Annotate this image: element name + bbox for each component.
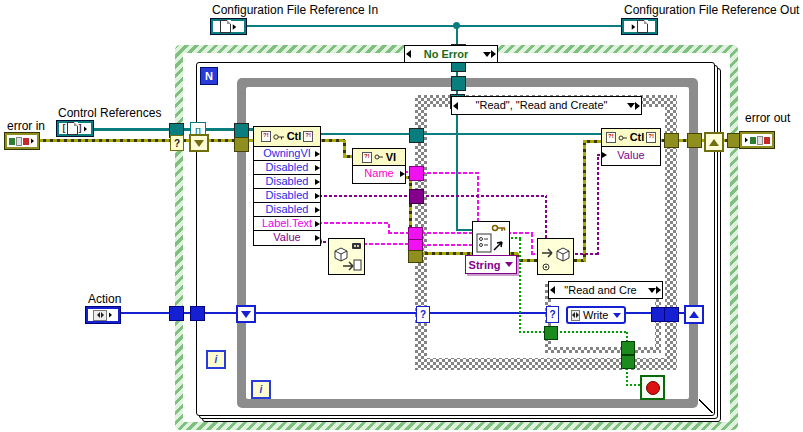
error-in-label: error in — [7, 119, 45, 133]
next-case-arrow-icon[interactable] — [491, 50, 496, 58]
string-type-selector[interactable]: String — [465, 255, 517, 274]
error-wire — [39, 139, 256, 142]
property-row-disabled[interactable]: Disabled — [254, 161, 320, 175]
tunnel-control-refs-while — [234, 123, 249, 138]
error-code-icon — [16, 137, 22, 146]
property-key-icon — [273, 133, 285, 141]
property-row-name[interactable]: Name — [353, 166, 405, 181]
output-arrow-icon — [315, 193, 320, 199]
vi-node-title: VI — [386, 152, 396, 163]
next-case-arrow-icon[interactable] — [635, 102, 640, 110]
tunnel-bool-small-bottom — [621, 341, 635, 355]
action-label: Action — [88, 292, 121, 306]
property-row-value[interactable]: Value — [254, 231, 320, 244]
small-case-selector-terminal: ? — [546, 306, 559, 323]
property-row-disabled[interactable]: Disabled — [254, 203, 320, 217]
error-source-icon — [23, 138, 29, 145]
node-class-icon: ?! — [646, 132, 656, 143]
property-row-label-text[interactable]: Label.Text — [254, 217, 320, 231]
label-text-wire — [318, 222, 390, 224]
small-case-selector-label[interactable]: "Read and Cre — [555, 285, 646, 296]
tunnel-bool-small-left — [544, 326, 558, 340]
while-loop-stop-terminal[interactable] — [640, 375, 665, 400]
dropdown-icon[interactable] — [613, 313, 621, 318]
control-references-terminal[interactable]: [ ] — [56, 120, 94, 137]
config-ref-wire — [456, 229, 473, 231]
input-arrow-icon — [745, 138, 748, 143]
outer-case-selector[interactable]: No Error — [404, 45, 498, 63]
file-refnum-icon — [637, 20, 648, 33]
inner-case-selector-label[interactable]: "Read", "Read and Create" — [458, 100, 625, 111]
vi-name-wire — [477, 173, 479, 222]
node-class-icon: ?! — [606, 132, 616, 143]
enum-icon — [93, 310, 107, 321]
output-arrow-icon — [315, 165, 320, 171]
action-shift-register-left — [236, 305, 256, 323]
error-out-terminal[interactable] — [739, 131, 775, 149]
tunnel-variant-inner-case — [409, 189, 424, 204]
property-row-owningvi[interactable]: OwningVI — [254, 147, 320, 161]
property-key-icon — [374, 153, 384, 161]
value-variant-wire — [319, 195, 421, 197]
property-row-disabled[interactable]: Disabled — [254, 175, 320, 189]
enum-icon — [571, 310, 580, 321]
control-ref-passthrough-wire — [318, 133, 601, 135]
error-in-terminal[interactable] — [4, 132, 40, 150]
case-dropdown-icon[interactable] — [627, 103, 635, 108]
output-arrow-icon — [315, 235, 320, 241]
tunnel-bool-inner-bottom — [621, 355, 635, 369]
tunnel-action-for — [190, 306, 205, 321]
small-case-selector[interactable]: "Read and Cre — [548, 281, 663, 299]
for-count-label: N — [205, 70, 213, 82]
write-enum-label: Write — [583, 309, 608, 321]
property-row-disabled[interactable]: Disabled — [254, 189, 320, 203]
case-dropdown-icon[interactable] — [483, 52, 491, 57]
error-source-icon — [764, 137, 770, 144]
value-variant-wire — [545, 196, 547, 238]
file-refnum-icon — [220, 20, 231, 33]
while-loop-iteration-terminal: i — [251, 380, 271, 399]
property-row-value-write[interactable]: Value — [602, 147, 660, 163]
vi-property-node[interactable]: ?! VI Name — [352, 148, 406, 184]
error-status-icon — [750, 137, 756, 144]
inner-case-selector[interactable]: "Read", "Read and Create" — [451, 96, 642, 115]
node-class-icon: ?! — [261, 131, 271, 142]
error-shift-register-right — [704, 132, 724, 152]
string-type-label: String — [469, 259, 501, 271]
config-read-key-icon[interactable] — [472, 221, 510, 259]
write-enum-constant[interactable]: Write — [566, 306, 626, 324]
variant-to-data-icon[interactable] — [328, 238, 365, 275]
next-case-arrow-icon[interactable] — [656, 286, 661, 294]
action-terminal[interactable] — [85, 306, 121, 324]
outer-case-selector-label[interactable]: No Error — [411, 49, 481, 60]
node-class-icon: ?! — [303, 131, 313, 142]
for-loop-iteration-terminal: i — [206, 350, 226, 369]
tunnel-error-while — [234, 137, 249, 152]
case-dropdown-icon[interactable] — [648, 288, 656, 293]
terminal-face — [742, 134, 772, 146]
read-value-wire — [507, 232, 533, 234]
error-wire — [583, 142, 586, 261]
error-wire — [583, 140, 601, 143]
terminal-face — [88, 309, 118, 321]
config-out-label: Configuration File Reference Out — [624, 3, 799, 17]
config-file-ref-out-terminal[interactable] — [621, 18, 658, 35]
dropdown-icon[interactable] — [505, 262, 513, 267]
config-file-ref-in-terminal[interactable] — [210, 18, 247, 35]
to-variant-icon[interactable] — [537, 238, 574, 275]
error-wire — [318, 139, 345, 142]
stop-button-icon — [646, 381, 660, 395]
vi-name-wire — [421, 172, 479, 174]
input-arrow-icon — [602, 152, 607, 158]
node-class-icon: ?! — [362, 152, 372, 163]
outer-case-selector-terminal: ? — [170, 135, 184, 151]
ctl-property-node[interactable]: ?! Ctl ?! OwningVI Disabled Disabled Dis… — [253, 126, 321, 246]
labview-block-diagram: No Error "Read", "Read and Create" "Read… — [0, 0, 803, 432]
ctl-write-property-node[interactable]: ?! Ctl ?! Value — [601, 128, 661, 166]
output-arrow-icon — [109, 313, 112, 318]
error-status-icon — [9, 138, 15, 145]
tunnel-error-inner-case — [408, 250, 423, 263]
tunnel-error-while-right — [687, 133, 702, 148]
tunnel-ref-inner-case — [409, 128, 424, 143]
output-arrow-icon — [315, 179, 320, 185]
